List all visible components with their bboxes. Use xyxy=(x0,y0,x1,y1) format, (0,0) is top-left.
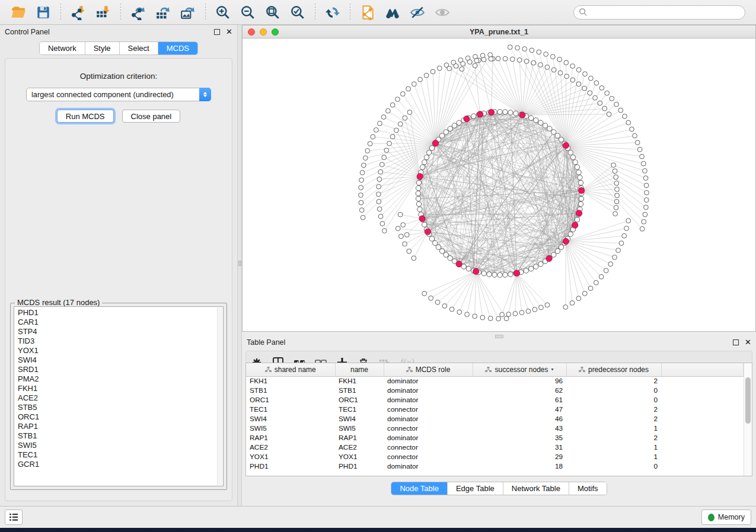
zoom-selected-icon[interactable] xyxy=(288,3,308,22)
toolbar-separator xyxy=(60,4,61,21)
refresh-layout-icon[interactable] xyxy=(323,3,343,22)
import-network-icon[interactable] xyxy=(68,3,88,22)
mcds-result-item[interactable]: PHD1 xyxy=(18,308,223,318)
mcds-result-item[interactable]: TEC1 xyxy=(18,450,223,460)
table-panel-tabs: Node TableEdge TableNetwork TableMotifs xyxy=(391,482,607,495)
network-window-title: YPA_prune.txt_1 xyxy=(470,28,528,36)
table-panel-title: Table Panel xyxy=(247,338,285,347)
optimization-criterion-select[interactable]: largest connected component (undirected) xyxy=(26,88,211,101)
column-header-name[interactable]: name xyxy=(335,363,384,376)
tab-network[interactable]: Network xyxy=(40,42,85,55)
run-mcds-button[interactable]: Run MCDS xyxy=(57,110,114,123)
network-window-titlebar[interactable]: YPA_prune.txt_1 xyxy=(243,25,755,39)
toolbar-separator xyxy=(350,4,350,21)
mcds-result-list[interactable]: PHD1CAR1STP4TID3YOX1SWI4SRD1PMA2FKH1ACE2… xyxy=(14,306,224,486)
optimization-label: Optimization criterion: xyxy=(5,72,232,81)
list-icon xyxy=(9,513,18,521)
float-panel-icon[interactable] xyxy=(214,29,220,35)
panel-list-button[interactable] xyxy=(5,509,23,525)
table-scrollbar[interactable] xyxy=(744,363,752,476)
table-row[interactable]: ORC1ORC1dominator610 xyxy=(246,395,744,405)
tab-edge-table[interactable]: Edge Table xyxy=(448,482,503,495)
mcds-result-item[interactable]: GCR1 xyxy=(18,460,223,469)
window-minimize-icon[interactable] xyxy=(260,28,267,36)
close-panel-icon[interactable]: ✕ xyxy=(226,29,232,35)
control-panel-title: Control Panel xyxy=(5,28,50,36)
zoom-fit-icon[interactable] xyxy=(263,3,283,22)
mcds-result-item[interactable]: STB1 xyxy=(18,431,223,441)
hide-selected-icon[interactable] xyxy=(407,3,428,22)
network-canvas[interactable] xyxy=(243,39,755,331)
search-input[interactable] xyxy=(573,5,745,20)
window-zoom-icon[interactable] xyxy=(272,28,279,36)
tab-style[interactable]: Style xyxy=(85,42,120,55)
mcds-result-item[interactable]: FKH1 xyxy=(18,384,223,393)
save-session-icon[interactable] xyxy=(33,3,53,22)
splitter-grip[interactable] xyxy=(238,261,241,266)
window-close-icon[interactable] xyxy=(248,28,255,36)
tab-node-table[interactable]: Node Table xyxy=(391,482,448,495)
mcds-result-item[interactable]: STB5 xyxy=(18,403,223,412)
mcds-result-item[interactable]: RAP1 xyxy=(18,422,223,431)
mcds-result-item[interactable]: ORC1 xyxy=(18,412,223,422)
table-scrollbar-thumb[interactable] xyxy=(745,377,751,424)
export-image-icon[interactable] xyxy=(178,3,198,22)
tab-select[interactable]: Select xyxy=(120,42,158,55)
mcds-list-scrollbar[interactable] xyxy=(217,307,222,485)
table-row[interactable]: SWI5SWI5connector431 xyxy=(246,424,744,433)
network-document-icon[interactable] xyxy=(358,3,378,22)
table-row[interactable]: ACE2ACE2connector311 xyxy=(246,443,744,452)
vertical-splitter[interactable] xyxy=(237,25,242,506)
mcds-result-title: MCDS result (17 nodes) xyxy=(15,298,102,307)
mcds-result-item[interactable]: SWI4 xyxy=(18,355,223,365)
open-session-icon[interactable] xyxy=(8,3,28,22)
horizontal-splitter-grip[interactable] xyxy=(495,335,503,338)
search-field-wrap xyxy=(573,5,745,20)
binoculars-icon[interactable] xyxy=(382,3,403,22)
export-table-icon[interactable] xyxy=(153,3,173,22)
tab-mcds[interactable]: MCDS xyxy=(158,42,197,55)
node-table: shared namenameMCDS rolesuccessor nodes▾… xyxy=(245,363,752,476)
tab-motifs[interactable]: Motifs xyxy=(569,482,607,495)
table-row[interactable]: FKH1FKH1dominator962 xyxy=(246,376,744,386)
table-row[interactable]: RAP1RAP1dominator352 xyxy=(246,433,744,443)
memory-button[interactable]: Memory xyxy=(701,509,751,525)
float-table-panel-icon[interactable] xyxy=(733,339,739,345)
table-row[interactable]: YOX1YOX1connector291 xyxy=(246,452,744,462)
column-header-shared-name[interactable]: shared name xyxy=(246,363,335,376)
table-panel: Table Panel ✕ f(x) shared namenameMCDS r… xyxy=(242,335,756,506)
table-row[interactable]: TEC1TEC1connector472 xyxy=(246,405,744,414)
mcds-result-item[interactable]: CAR1 xyxy=(18,318,223,327)
table-row[interactable]: STB1STB1dominator620 xyxy=(246,386,744,395)
mcds-result-item[interactable]: TID3 xyxy=(18,336,223,346)
zoom-in-icon[interactable] xyxy=(213,3,233,22)
network-view-window: YPA_prune.txt_1 xyxy=(242,25,756,332)
close-panel-button[interactable]: Close panel xyxy=(122,110,181,123)
mcds-result-group: MCDS result (17 nodes) PHD1CAR1STP4TID3Y… xyxy=(10,303,227,490)
toolbar-separator xyxy=(120,4,121,21)
optimization-criterion-value: largest connected component (undirected) xyxy=(27,90,199,99)
column-header-predecessor-nodes[interactable]: predecessor nodes xyxy=(566,363,661,376)
mcds-result-item[interactable]: ACE2 xyxy=(18,393,223,403)
main-toolbar xyxy=(0,0,756,25)
mcds-tab-content: Optimization criterion: largest connecte… xyxy=(5,58,232,501)
mcds-result-item[interactable]: YOX1 xyxy=(18,346,223,355)
column-header-successor-nodes[interactable]: successor nodes▾ xyxy=(473,363,566,376)
control-panel: Control Panel ✕ NetworkStyleSelectMCDS O… xyxy=(0,25,237,506)
table-row[interactable]: PHD1PHD1dominator180 xyxy=(246,462,744,471)
toolbar-separator xyxy=(205,4,206,21)
column-header-MCDS-role[interactable]: MCDS role xyxy=(384,363,473,376)
desktop-wallpaper xyxy=(0,528,756,532)
mcds-result-item[interactable]: STP4 xyxy=(18,327,223,336)
tab-network-table[interactable]: Network Table xyxy=(503,482,569,495)
table-row[interactable]: SWI4SWI4dominator462 xyxy=(246,414,744,424)
close-table-panel-icon[interactable]: ✕ xyxy=(745,339,751,345)
zoom-out-icon[interactable] xyxy=(238,3,258,22)
export-network-icon[interactable] xyxy=(128,3,148,22)
mcds-result-item[interactable]: SRD1 xyxy=(18,365,223,374)
import-table-icon[interactable] xyxy=(93,3,113,22)
control-panel-tabs: NetworkStyleSelectMCDS xyxy=(39,41,198,55)
toolbar-separator xyxy=(315,4,315,21)
mcds-result-item[interactable]: SWI5 xyxy=(18,441,223,450)
mcds-result-item[interactable]: PMA2 xyxy=(18,374,223,384)
